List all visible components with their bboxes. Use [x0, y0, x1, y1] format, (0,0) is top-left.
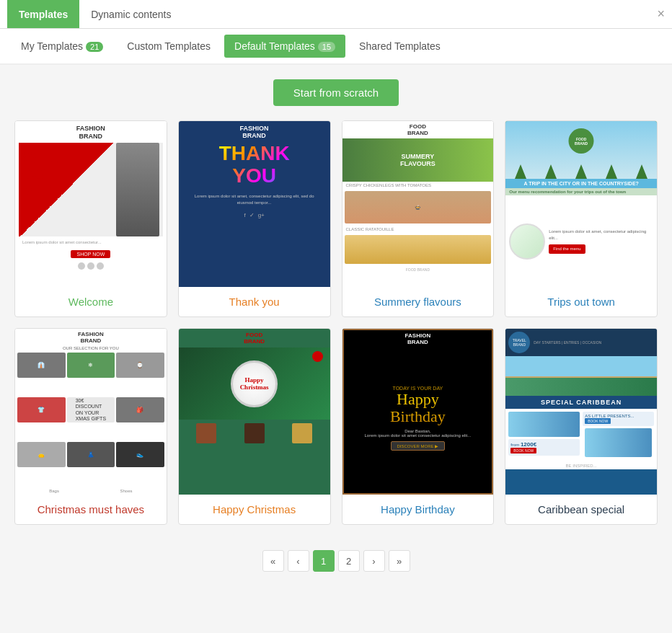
nav-default-templates[interactable]: Default Templates15 [224, 35, 345, 58]
template-preview-thankyou: FASHIONBRAND THANKYOU Lorem ipsum dolor … [179, 121, 330, 287]
template-preview-summery: FOODBRAND SUMMERYFLAVOURS CRISPY CHICKEN… [342, 121, 494, 287]
template-card-birthday[interactable]: FASHIONBRAND TODAY IS YOUR DAY HappyBirt… [342, 328, 495, 525]
template-card-summery[interactable]: FOODBRAND SUMMERYFLAVOURS CRISPY CHICKEN… [342, 120, 495, 317]
template-preview-trips: FOODBRAND A TRIP IN THE CITY OR IN THE C… [505, 121, 657, 287]
template-card-christmas-haves[interactable]: FASHIONBRAND OUR SELECTION FOR YOU 👔 ❄ ⌚… [14, 328, 167, 525]
pagination-next[interactable]: › [363, 550, 385, 572]
pagination-page-2[interactable]: 2 [338, 550, 360, 572]
template-label-trips: Trips out town [505, 287, 657, 316]
pagination-prev[interactable]: ‹ [288, 550, 309, 572]
template-label-welcome: Welcome [15, 287, 167, 316]
template-label-summery: Summery flavours [342, 287, 494, 316]
start-from-scratch-button[interactable]: Start from scratch [273, 79, 399, 106]
tab-dynamic-contents[interactable]: Dynamic contents [79, 0, 182, 28]
nav-tab-bar: My Templates21 Custom Templates Default … [0, 29, 672, 65]
template-card-thankyou[interactable]: FASHIONBRAND THANKYOU Lorem ipsum dolor … [178, 120, 331, 317]
main-content: Start from scratch FASHIONBRAND WELCOME!… [0, 65, 672, 597]
template-card-welcome[interactable]: FASHIONBRAND WELCOME! Lorem ipsum dolor … [14, 120, 167, 317]
close-button[interactable]: × [657, 6, 665, 22]
pagination-page-1[interactable]: 1 [313, 550, 335, 572]
template-label-thankyou: Thank you [179, 287, 330, 316]
template-label-birthday: Happy Birthday [342, 495, 494, 524]
template-preview-christmas-haves: FASHIONBRAND OUR SELECTION FOR YOU 👔 ❄ ⌚… [15, 329, 167, 495]
tab-templates[interactable]: Templates [7, 0, 79, 28]
nav-custom-templates[interactable]: Custom Templates [117, 35, 221, 58]
pagination-last[interactable]: » [389, 550, 410, 572]
start-btn-row: Start from scratch [14, 79, 658, 106]
template-label-happy-xmas: Happy Christmas [179, 495, 330, 524]
template-card-happy-xmas[interactable]: FOODBRAND HappyChristmas Happy Christmas [178, 328, 331, 525]
template-label-caribbean: Caribbean special [505, 495, 657, 524]
template-preview-welcome: FASHIONBRAND WELCOME! Lorem ipsum dolor … [15, 121, 167, 287]
top-tab-bar: Templates Dynamic contents × [0, 0, 672, 29]
nav-shared-templates[interactable]: Shared Templates [349, 35, 451, 58]
pagination-first[interactable]: « [262, 550, 284, 572]
template-preview-birthday: FASHIONBRAND TODAY IS YOUR DAY HappyBirt… [342, 329, 494, 495]
nav-my-templates[interactable]: My Templates21 [11, 35, 113, 58]
template-label-christmas-haves: Christmas must haves [15, 495, 167, 524]
template-card-trips[interactable]: FOODBRAND A TRIP IN THE CITY OR IN THE C… [505, 120, 658, 317]
template-preview-happy-xmas: FOODBRAND HappyChristmas [179, 329, 330, 495]
template-preview-caribbean: TRAVELBRAND DAY STARTERS | ENTRIES | OCC… [505, 329, 657, 495]
template-grid: FASHIONBRAND WELCOME! Lorem ipsum dolor … [14, 120, 658, 525]
template-card-caribbean[interactable]: TRAVELBRAND DAY STARTERS | ENTRIES | OCC… [505, 328, 658, 525]
pagination: « ‹ 1 2 › » [14, 539, 658, 583]
